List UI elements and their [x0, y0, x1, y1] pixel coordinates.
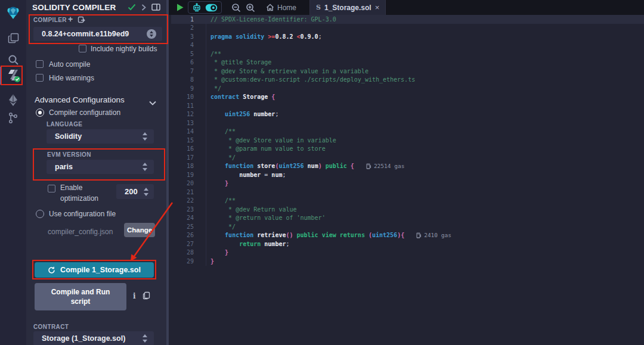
- code-line-5[interactable]: 5/**: [171, 49, 644, 58]
- code-line-7[interactable]: 7 * @dev Store & retrieve value in a var…: [171, 67, 644, 76]
- reload-compiler-icon[interactable]: [78, 15, 85, 26]
- line-number: 9: [171, 85, 206, 92]
- evm-version-label: EVM VERSION: [47, 151, 91, 158]
- code-line-11[interactable]: 11: [171, 101, 644, 110]
- contract-select[interactable]: Storage (1_Storage.sol): [33, 331, 154, 345]
- code-line-18[interactable]: 18 function store(uint256 num) public {2…: [171, 162, 644, 171]
- code-text: * @dev Store value in variable: [206, 136, 336, 145]
- code-line-1[interactable]: 1// SPDX-License-Identifier: GPL-3.0: [171, 15, 644, 24]
- evm-stepper-icon: [143, 163, 148, 171]
- evm-version-select[interactable]: paris: [47, 160, 154, 174]
- zoom-in-icon[interactable]: [246, 0, 255, 15]
- code-text: // SPDX-License-Identifier: GPL-3.0: [206, 15, 336, 24]
- config-file-name: compiler_config.json: [48, 228, 113, 236]
- code-line-22[interactable]: 22 /**: [171, 197, 644, 206]
- run-script-play-icon[interactable]: [176, 0, 184, 15]
- language-value: Solidity: [55, 132, 143, 141]
- advanced-configurations-title[interactable]: Advanced Configurations: [35, 95, 125, 104]
- code-line-15[interactable]: 15 * @dev Store value in variable: [171, 136, 644, 145]
- pin-panel-icon[interactable]: [151, 4, 160, 11]
- code-text: function retrieve() public view returns …: [206, 231, 451, 240]
- language-select[interactable]: Solidity: [47, 129, 154, 144]
- code-line-27[interactable]: 27 return number;: [171, 240, 644, 248]
- chevron-right-icon[interactable]: [141, 4, 146, 11]
- chevron-down-icon[interactable]: [149, 97, 156, 108]
- line-number: 29: [171, 258, 206, 265]
- code-line-9[interactable]: 9 */: [171, 84, 644, 93]
- code-line-26[interactable]: 26 function retrieve() public view retur…: [171, 231, 644, 240]
- code-text: * @return value of 'number': [206, 214, 326, 223]
- compiler-section-label: COMPILER: [33, 17, 67, 23]
- git-icon[interactable]: [0, 108, 26, 128]
- code-text: * @dev Return value: [206, 205, 297, 214]
- remix-logo[interactable]: [0, 2, 26, 23]
- code-line-10[interactable]: 10contract Storage {: [171, 93, 644, 102]
- compile-button-label: Compile 1_Storage.sol: [60, 266, 141, 274]
- code-line-3[interactable]: 3pragma solidity >=0.8.2 <0.9.0;: [171, 32, 644, 41]
- close-tab-icon[interactable]: [375, 4, 380, 11]
- change-config-button[interactable]: Change: [124, 223, 155, 237]
- hide-warnings-label: Hide warnings: [49, 74, 94, 82]
- line-number: 21: [171, 189, 206, 195]
- hide-warnings-checkbox[interactable]: [36, 74, 44, 82]
- line-number: 26: [171, 232, 206, 238]
- code-line-29[interactable]: 29}: [171, 257, 644, 266]
- code-line-2[interactable]: 2: [171, 24, 644, 33]
- compiler-configuration-label: Compiler configuration: [49, 108, 120, 117]
- copy-icon[interactable]: [143, 291, 150, 302]
- home-tab[interactable]: Home: [266, 4, 296, 12]
- code-line-21[interactable]: 21: [171, 188, 644, 197]
- line-number: 28: [171, 249, 206, 256]
- deploy-run-icon[interactable]: [0, 91, 26, 110]
- gas-estimate-badge: 2410 gas: [416, 232, 451, 238]
- auto-compile-label: Auto compile: [49, 60, 90, 69]
- optimization-runs-input[interactable]: 200: [116, 184, 154, 199]
- code-line-8[interactable]: 8 * @custom:dev-run-script ./scripts/dep…: [171, 76, 644, 85]
- compiler-configuration-radio[interactable]: [36, 108, 44, 117]
- line-number: 4: [171, 42, 206, 48]
- code-text: uint256 number;: [206, 110, 278, 119]
- code-line-4[interactable]: 4: [171, 41, 644, 50]
- auto-compile-checkbox[interactable]: [36, 60, 44, 68]
- code-line-14[interactable]: 14 /**: [171, 128, 644, 136]
- code-line-16[interactable]: 16 * @param num value to store: [171, 145, 644, 154]
- zoom-out-icon[interactable]: [231, 0, 241, 15]
- include-nightly-checkbox[interactable]: [79, 45, 86, 52]
- code-line-28[interactable]: 28 }: [171, 248, 644, 257]
- add-compiler-icon[interactable]: [68, 14, 73, 24]
- code-text: function store(uint256 num) public {2251…: [206, 162, 404, 171]
- compile-button[interactable]: Compile 1_Storage.sol: [35, 262, 154, 278]
- line-number: 23: [171, 206, 206, 213]
- use-configuration-file-radio[interactable]: [36, 210, 44, 218]
- code-line-6[interactable]: 6 * @title Storage: [171, 58, 644, 67]
- enable-optimization-checkbox[interactable]: [48, 185, 55, 192]
- compiler-version-select[interactable]: 0.8.24+commit.e11b9ed9: [33, 27, 162, 41]
- panel-header: SOLIDITY COMPILER: [26, 0, 166, 14]
- code-line-19[interactable]: 19 number = num;: [171, 170, 644, 179]
- code-line-12[interactable]: 12 uint256 number;: [171, 110, 644, 119]
- home-icon: [266, 4, 274, 11]
- line-number: 19: [171, 172, 206, 178]
- compile-and-run-button[interactable]: Compile and Run script: [35, 283, 126, 310]
- code-line-24[interactable]: 24 * @return value of 'number': [171, 214, 644, 223]
- line-number: 12: [171, 111, 206, 117]
- copilot-toggle-icon[interactable]: [205, 0, 218, 15]
- version-stepper-icon: [147, 29, 156, 39]
- code-line-13[interactable]: 13: [171, 119, 644, 128]
- file-explorer-icon[interactable]: [0, 29, 26, 48]
- solidity-compiler-icon[interactable]: [0, 67, 26, 85]
- code-text: */: [206, 84, 221, 93]
- info-icon[interactable]: [133, 292, 136, 300]
- file-tab-storage[interactable]: 1_Storage.sol: [309, 0, 386, 15]
- line-number: 1: [171, 16, 206, 23]
- ai-robot-icon[interactable]: [192, 0, 202, 15]
- enable-optimization-label: Enable optimization: [60, 182, 114, 204]
- code-line-25[interactable]: 25 */: [171, 222, 644, 231]
- code-editor[interactable]: 1// SPDX-License-Identifier: GPL-3.023pr…: [171, 15, 644, 345]
- code-text: }: [206, 257, 214, 266]
- contract-section-label: CONTRACT: [33, 324, 69, 330]
- code-line-17[interactable]: 17 */: [171, 153, 644, 162]
- code-text: * @dev Store & retrieve value in a varia…: [206, 67, 369, 76]
- code-line-23[interactable]: 23 * @dev Return value: [171, 205, 644, 214]
- code-line-20[interactable]: 20 }: [171, 179, 644, 188]
